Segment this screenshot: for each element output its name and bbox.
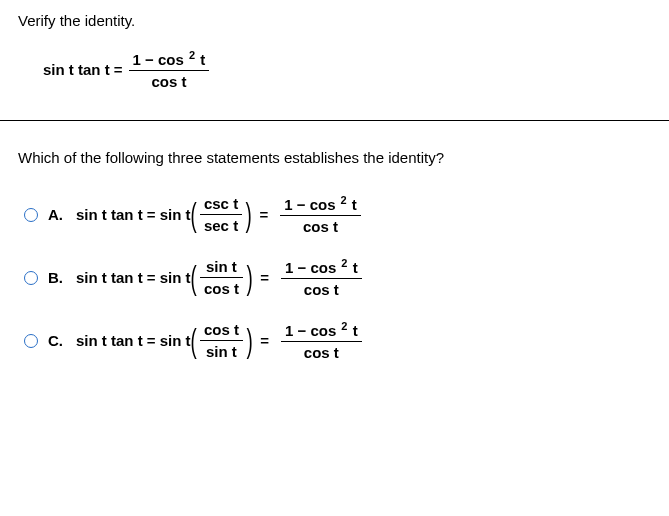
right-paren-icon: ) bbox=[247, 264, 253, 291]
option-c-paren-group: ( cos t sin t ) bbox=[191, 321, 253, 360]
left-paren-icon: ( bbox=[190, 201, 196, 228]
instruction-text: Verify the identity. bbox=[18, 12, 651, 29]
left-paren-icon: ( bbox=[190, 264, 196, 291]
identity-equation: sin t tan t = 1 − cos2 t cos t bbox=[43, 49, 651, 90]
identity-rhs-denominator: cos t bbox=[129, 70, 210, 90]
identity-rhs-numerator: 1 − cos2 t bbox=[129, 49, 210, 70]
option-a-paren-group: ( csc t sec t ) bbox=[191, 195, 252, 234]
option-a-mid-fraction: csc t sec t bbox=[200, 195, 242, 234]
option-b-paren-group: ( sin t cos t ) bbox=[191, 258, 253, 297]
option-b-letter: B. bbox=[48, 269, 66, 286]
option-a-rhs-fraction: 1 − cos2 t cos t bbox=[280, 194, 361, 235]
option-c-rhs-fraction: 1 − cos2 t cos t bbox=[281, 320, 362, 361]
radio-option-a[interactable] bbox=[24, 208, 38, 222]
question-text: Which of the following three statements … bbox=[18, 149, 651, 166]
option-a-letter: A. bbox=[48, 206, 66, 223]
option-c-lhs: sin t tan t = sin t bbox=[76, 332, 191, 349]
option-c-rhs-num: 1 − cos2 t bbox=[281, 320, 362, 341]
option-b-equation: sin t tan t = sin t ( sin t cos t ) = 1 … bbox=[76, 257, 366, 298]
option-a-equation: sin t tan t = sin t ( csc t sec t ) = 1 … bbox=[76, 194, 365, 235]
left-paren-icon: ( bbox=[190, 327, 196, 354]
right-paren-icon: ) bbox=[247, 327, 253, 354]
option-b-rhs-den: cos t bbox=[281, 278, 362, 298]
option-b-lhs: sin t tan t = sin t bbox=[76, 269, 191, 286]
option-b-row: B. sin t tan t = sin t ( sin t cos t ) =… bbox=[24, 257, 651, 298]
option-b-mid-num: sin t bbox=[202, 258, 241, 277]
option-a-rhs-den: cos t bbox=[280, 215, 361, 235]
option-b-mid-den: cos t bbox=[200, 277, 243, 297]
option-c-mid-den: sin t bbox=[200, 340, 243, 360]
option-b-mid-fraction: sin t cos t bbox=[200, 258, 243, 297]
option-c-mid-fraction: cos t sin t bbox=[200, 321, 243, 360]
option-a-mid-num: csc t bbox=[200, 195, 242, 214]
option-b-rhs-num: 1 − cos2 t bbox=[281, 257, 362, 278]
equals-sign: = bbox=[260, 269, 269, 286]
option-c-equation: sin t tan t = sin t ( cos t sin t ) = 1 … bbox=[76, 320, 366, 361]
right-paren-icon: ) bbox=[246, 201, 252, 228]
option-b-rhs-fraction: 1 − cos2 t cos t bbox=[281, 257, 362, 298]
option-a-mid-den: sec t bbox=[200, 214, 242, 234]
option-c-mid-num: cos t bbox=[200, 321, 243, 340]
separator bbox=[0, 120, 669, 121]
option-a-lhs: sin t tan t = sin t bbox=[76, 206, 191, 223]
identity-rhs-fraction: 1 − cos2 t cos t bbox=[129, 49, 210, 90]
option-c-letter: C. bbox=[48, 332, 66, 349]
radio-option-c[interactable] bbox=[24, 334, 38, 348]
radio-option-b[interactable] bbox=[24, 271, 38, 285]
option-a-row: A. sin t tan t = sin t ( csc t sec t ) =… bbox=[24, 194, 651, 235]
options-group: A. sin t tan t = sin t ( csc t sec t ) =… bbox=[24, 194, 651, 361]
equals-sign: = bbox=[260, 332, 269, 349]
option-c-row: C. sin t tan t = sin t ( cos t sin t ) =… bbox=[24, 320, 651, 361]
option-a-rhs-num: 1 − cos2 t bbox=[280, 194, 361, 215]
option-c-rhs-den: cos t bbox=[281, 341, 362, 361]
identity-lhs: sin t tan t = bbox=[43, 61, 123, 78]
equals-sign: = bbox=[259, 206, 268, 223]
